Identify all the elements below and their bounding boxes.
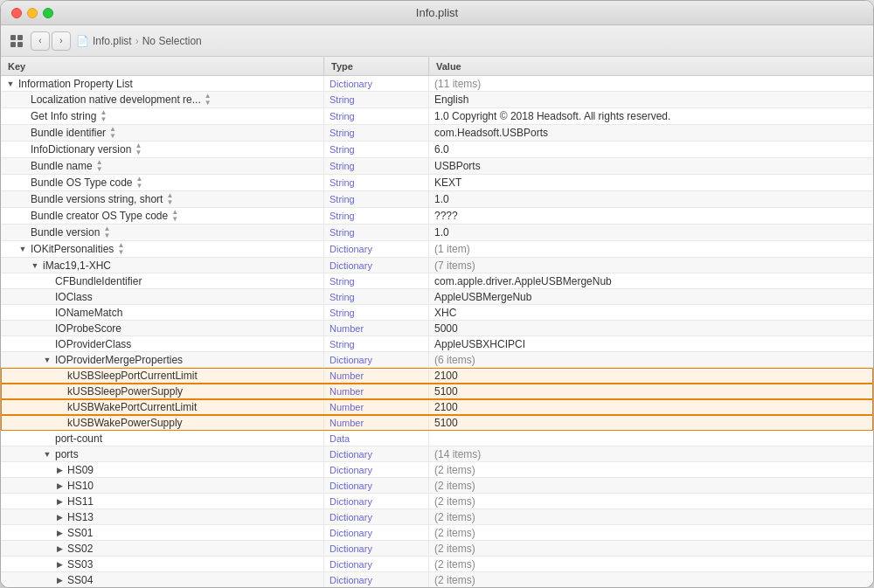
cell-value: 5100 (429, 384, 873, 398)
table-row[interactable]: ▶SS03Dictionary(2 items) (1, 557, 873, 572)
cell-type: Number (324, 384, 429, 398)
col-header-type[interactable]: Type (324, 57, 429, 75)
stepper[interactable]: ▲▼ (205, 93, 212, 107)
key-text: HS10 (67, 480, 94, 492)
stepper[interactable]: ▲▼ (103, 225, 110, 239)
cell-value: ???? (429, 208, 873, 224)
table-row[interactable]: ▼Information Property ListDictionary(11 … (1, 76, 873, 92)
cell-key: ▶HS10 (1, 478, 324, 493)
table-row[interactable]: Localization native development re...▲▼S… (1, 92, 873, 108)
svg-rect-0 (10, 35, 16, 40)
cell-key: InfoDictionary version▲▼ (1, 142, 324, 157)
table-row[interactable]: CFBundleIdentifierStringcom.apple.driver… (1, 273, 873, 289)
key-text: HS11 (67, 495, 94, 508)
table-row[interactable]: kUSBWakePowerSupplyNumber5100 (1, 415, 873, 431)
key-text: kUSBSleepPowerSupply (67, 385, 183, 398)
table-row[interactable]: ▶HS09Dictionary(2 items) (1, 462, 873, 478)
key-text: kUSBSleepPortCurrentLimit (67, 370, 198, 382)
key-text: IOClass (55, 291, 93, 303)
disclosure-triangle[interactable]: ▶ (55, 513, 64, 522)
table-row[interactable]: Bundle OS Type code▲▼StringKEXT (1, 175, 873, 191)
table-row[interactable]: kUSBSleepPortCurrentLimitNumber2100 (1, 368, 873, 384)
table-row[interactable]: IOProbeScoreNumber5000 (1, 321, 873, 336)
titlebar: Info.plist (1, 1, 873, 25)
cell-key: ▼IOProviderMergeProperties (1, 352, 324, 367)
col-header-key[interactable]: Key (1, 57, 324, 75)
table-row[interactable]: ▶HS11Dictionary(2 items) (1, 494, 873, 509)
table-row[interactable]: Get Info string▲▼String1.0 Copyright © 2… (1, 108, 873, 125)
table-row[interactable]: ▼IOKitPersonalities▲▼Dictionary(1 item) (1, 241, 873, 258)
table-row[interactable]: ▼portsDictionary(14 items) (1, 446, 873, 462)
cell-value: USBPorts (429, 158, 873, 174)
cell-type: String (324, 225, 429, 240)
table-row[interactable]: ▶SS04Dictionary(2 items) (1, 572, 873, 587)
disclosure-triangle[interactable]: ▶ (55, 544, 64, 553)
forward-button[interactable]: › (52, 31, 71, 51)
svg-rect-3 (17, 42, 23, 47)
col-header-value[interactable]: Value (429, 57, 873, 75)
disclosure-triangle[interactable]: ▶ (55, 497, 64, 506)
cell-type: String (324, 158, 429, 174)
cell-key: ▶HS13 (1, 509, 324, 524)
stepper[interactable]: ▲▼ (135, 142, 142, 156)
maximize-button[interactable] (43, 8, 53, 18)
stepper[interactable]: ▲▼ (171, 209, 178, 223)
disclosure-triangle[interactable]: ▶ (55, 466, 64, 474)
stepper[interactable]: ▲▼ (96, 159, 103, 173)
minimize-button[interactable] (27, 8, 38, 18)
table-row[interactable]: IOProviderClassStringAppleUSBXHCIPCI (1, 336, 873, 352)
table-row[interactable]: InfoDictionary version▲▼String6.0 (1, 142, 873, 158)
cell-value: (6 items) (429, 352, 873, 367)
disclosure-triangle[interactable]: ▶ (55, 529, 64, 537)
table-row[interactable]: IOClassStringAppleUSBMergeNub (1, 289, 873, 305)
cell-type: Dictionary (324, 509, 429, 524)
stepper[interactable]: ▲▼ (109, 126, 116, 140)
disclosure-triangle[interactable]: ▼ (43, 356, 52, 364)
cell-value: (2 items) (429, 478, 873, 493)
table-row[interactable]: Bundle creator OS Type code▲▼String???? (1, 208, 873, 225)
stepper[interactable]: ▲▼ (166, 192, 173, 206)
stepper[interactable]: ▲▼ (136, 176, 143, 190)
stepper[interactable]: ▲▼ (100, 109, 107, 123)
disclosure-triangle[interactable]: ▼ (43, 450, 52, 459)
table-row[interactable]: ▼IOProviderMergePropertiesDictionary(6 i… (1, 352, 873, 368)
cell-value: (2 items) (429, 572, 873, 587)
table-row[interactable]: ▶SS01Dictionary(2 items) (1, 525, 873, 541)
cell-type: String (324, 108, 429, 124)
table-row[interactable]: ▶HS10Dictionary(2 items) (1, 478, 873, 494)
cell-key: ▼IOKitPersonalities▲▼ (1, 241, 324, 257)
disclosure-triangle[interactable]: ▼ (31, 261, 39, 270)
cell-key: IONameMatch (1, 305, 324, 320)
table-row[interactable]: IONameMatchStringXHC (1, 305, 873, 321)
cell-key: Bundle version▲▼ (1, 225, 324, 240)
table-row[interactable]: Bundle identifier▲▼Stringcom.Headsoft.US… (1, 125, 873, 142)
key-text: kUSBWakePortCurrentLimit (67, 401, 197, 413)
breadcrumb-file[interactable]: Info.plist (93, 35, 132, 47)
grid-icon[interactable] (8, 32, 25, 50)
cell-value: XHC (429, 305, 873, 320)
disclosure-triangle[interactable]: ▼ (18, 245, 27, 253)
disclosure-triangle[interactable]: ▶ (55, 576, 64, 585)
disclosure-triangle[interactable]: ▼ (6, 80, 15, 88)
table-row[interactable]: Bundle version▲▼String1.0 (1, 225, 873, 241)
table-row[interactable]: kUSBWakePortCurrentLimitNumber2100 (1, 399, 873, 415)
table-row[interactable]: ▶HS13Dictionary(2 items) (1, 509, 873, 525)
cell-value: (1 item) (429, 241, 873, 257)
cell-type: Dictionary (324, 541, 429, 556)
table-row[interactable]: port-countData (1, 431, 873, 446)
table-row[interactable]: Bundle versions string, short▲▼String1.0 (1, 191, 873, 208)
cell-type: String (324, 175, 429, 190)
cell-type: String (324, 208, 429, 224)
cell-key: IOClass (1, 289, 324, 304)
table-row[interactable]: ▶SS02Dictionary(2 items) (1, 541, 873, 557)
disclosure-triangle[interactable]: ▶ (55, 481, 64, 490)
cell-type: Dictionary (324, 478, 429, 493)
table-row[interactable]: Bundle name▲▼StringUSBPorts (1, 158, 873, 175)
stepper[interactable]: ▲▼ (117, 242, 124, 256)
back-button[interactable]: ‹ (31, 31, 50, 51)
plist-table[interactable]: ▼Information Property ListDictionary(11 … (1, 76, 873, 587)
close-button[interactable] (11, 8, 22, 18)
table-row[interactable]: kUSBSleepPowerSupplyNumber5100 (1, 384, 873, 399)
disclosure-triangle[interactable]: ▶ (55, 560, 64, 569)
table-row[interactable]: ▼iMac19,1-XHCDictionary(7 items) (1, 258, 873, 273)
